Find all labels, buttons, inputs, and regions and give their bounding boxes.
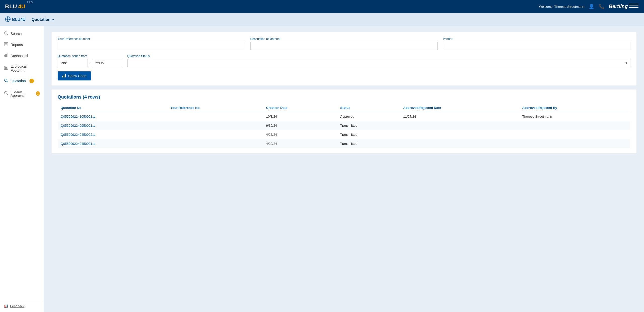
- filter-section: Your Reference Number Description of Mat…: [52, 32, 636, 85]
- table-section: Quotations (4 rows) Quotation No Your Re…: [52, 90, 636, 153]
- cell-quotation-no: Q0559992240450002.1: [58, 130, 167, 139]
- cell-reference-no: [167, 112, 263, 121]
- app-name-label: BLU4U: [12, 17, 25, 22]
- cell-status: Transmitted: [337, 139, 400, 148]
- sidebar-item-invoice[interactable]: Invoice Approval 2: [0, 86, 44, 101]
- svg-point-8: [8, 20, 8, 21]
- svg-rect-26: [62, 76, 63, 77]
- quotation-from-input[interactable]: [58, 59, 88, 67]
- svg-point-10: [5, 32, 7, 34]
- col-reference-no: Your Reference No: [167, 104, 263, 112]
- cell-reference-no: [167, 130, 263, 139]
- main-layout: Search Reports Dashboard: [0, 26, 644, 312]
- main-content: Your Reference Number Description of Mat…: [44, 26, 644, 312]
- phone-icon[interactable]: 📞: [599, 4, 604, 9]
- quotation-no-link[interactable]: Q0559992240950001.1: [61, 124, 95, 127]
- sidebar-search-label: Search: [11, 32, 22, 36]
- vendor-input[interactable]: [443, 42, 630, 50]
- col-approved-date: Approved/Rejected Date: [400, 104, 519, 112]
- invoice-badge: 2: [36, 91, 40, 96]
- user-icon[interactable]: 👤: [589, 4, 594, 9]
- svg-point-22: [5, 79, 7, 81]
- filter-row-1: Your Reference Number Description of Mat…: [58, 37, 630, 50]
- cell-creation-date: 4/26/24: [263, 130, 337, 139]
- table-title: Quotations (4 rows): [58, 95, 630, 100]
- date-range-group: Quotation issued from -: [58, 54, 122, 67]
- table-body: Q0559992241050001.1 10/8/24 Approved 11/…: [58, 112, 630, 148]
- quotation-no-link[interactable]: Q0559992240450002.1: [61, 133, 95, 137]
- dashboard-icon: [4, 53, 8, 58]
- svg-point-5: [7, 18, 9, 20]
- sidebar-item-dashboard[interactable]: Dashboard: [0, 50, 44, 61]
- cell-status: Transmitted: [337, 130, 400, 139]
- sidebar-dashboard-label: Dashboard: [11, 54, 28, 58]
- cell-reference-no: [167, 139, 263, 148]
- sidebar-item-quotation[interactable]: Quotation 3: [0, 75, 44, 86]
- bertling-logo: Bertling: [609, 3, 639, 11]
- svg-point-9: [6, 19, 7, 19]
- svg-text:Bertling: Bertling: [609, 4, 628, 9]
- feedback-label: Feedback: [10, 304, 24, 308]
- status-select[interactable]: Approved Transmitted Pending Rejected: [127, 59, 630, 67]
- svg-point-7: [9, 19, 10, 19]
- cell-approved-date: [400, 139, 519, 148]
- welcome-text: Welcome, Therese Strootmann: [539, 5, 584, 9]
- svg-rect-27: [64, 75, 64, 77]
- filter-row-2: Quotation issued from - Quotation Status…: [58, 54, 630, 67]
- sidebar: Search Reports Dashboard: [0, 26, 44, 312]
- vendor-group: Vendor: [443, 37, 630, 50]
- svg-rect-28: [65, 74, 66, 77]
- svg-rect-16: [4, 55, 5, 57]
- cell-creation-date: 4/22/24: [263, 139, 337, 148]
- sidebar-reports-label: Reports: [11, 43, 23, 47]
- svg-rect-21: [7, 68, 8, 70]
- description-input[interactable]: [250, 42, 438, 50]
- cell-quotation-no: Q0559992241050001.1: [58, 112, 167, 121]
- sidebar-item-search[interactable]: Search: [0, 28, 44, 39]
- quotation-no-link[interactable]: Q0559992240450001.1: [61, 142, 95, 146]
- table-row: Q0559992240950001.1 9/30/24 Transmitted: [58, 121, 630, 130]
- sub-header: BLU4U Quotation ▼: [0, 13, 644, 26]
- search-icon: [4, 31, 8, 36]
- cell-approved-date: [400, 121, 519, 130]
- table-header-row: Quotation No Your Reference No Creation …: [58, 104, 630, 112]
- quotation-to-input[interactable]: [92, 59, 122, 67]
- svg-rect-18: [7, 54, 8, 57]
- cell-creation-date: 10/8/24: [263, 112, 337, 121]
- quotation-from-label: Quotation issued from: [58, 54, 122, 58]
- cell-approved-by: Therese Strootmann: [519, 112, 630, 121]
- reference-number-input[interactable]: [58, 42, 245, 50]
- page-title-label: Quotation: [31, 17, 51, 22]
- show-chart-button[interactable]: Show Chart: [58, 71, 91, 80]
- table-header: Quotation No Your Reference No Creation …: [58, 104, 630, 112]
- description-group: Description of Material: [250, 37, 438, 50]
- cell-quotation-no: Q0559992240950001.1: [58, 121, 167, 130]
- chart-icon: [62, 74, 66, 78]
- svg-line-25: [7, 94, 8, 95]
- feedback-icon: 📢: [4, 304, 8, 308]
- app-logo-icon: [5, 16, 11, 23]
- sidebar-item-ecological[interactable]: Ecological Footprint: [0, 61, 44, 75]
- cell-approved-date: 11/27/24: [400, 112, 519, 121]
- vendor-label: Vendor: [443, 37, 630, 41]
- feedback-link[interactable]: 📢 Feedback: [4, 304, 40, 308]
- status-select-wrapper: Approved Transmitted Pending Rejected ▼: [127, 59, 630, 67]
- page-title-nav[interactable]: Quotation ▼: [31, 17, 54, 22]
- nav-right: Welcome, Therese Strootmann 👤 📞 Bertling: [539, 3, 639, 11]
- quotation-no-link[interactable]: Q0559992241050001.1: [61, 115, 95, 118]
- reference-number-group: Your Reference Number: [58, 37, 245, 50]
- date-separator: -: [89, 61, 91, 65]
- status-label: Quotation Status: [127, 54, 630, 58]
- app-logo[interactable]: BLU4U: [5, 16, 25, 23]
- sidebar-item-reports[interactable]: Reports: [0, 39, 44, 50]
- quotations-table: Quotation No Your Reference No Creation …: [58, 104, 630, 148]
- table-row: Q0559992241050001.1 10/8/24 Approved 11/…: [58, 112, 630, 121]
- sidebar-quotation-label: Quotation: [11, 79, 26, 83]
- table-row: Q0559992240450001.1 4/22/24 Transmitted: [58, 139, 630, 148]
- sidebar-ecological-label: Ecological Footprint: [11, 64, 40, 72]
- col-quotation-no: Quotation No: [58, 104, 167, 112]
- reports-icon: [4, 42, 8, 47]
- page-title-chevron: ▼: [52, 18, 55, 21]
- svg-rect-17: [6, 55, 7, 57]
- cell-status: Approved: [337, 112, 400, 121]
